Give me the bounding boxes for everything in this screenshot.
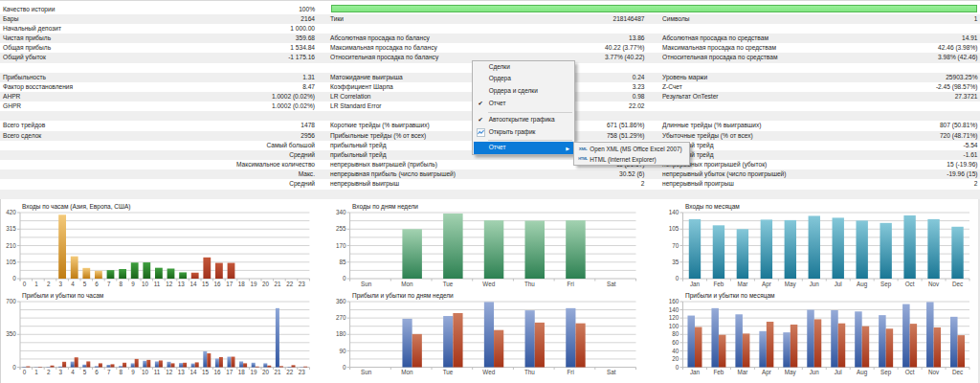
svg-text:21: 21 [275,369,282,375]
svg-text:1: 1 [34,369,38,375]
svg-text:85: 85 [339,259,346,265]
svg-text:Sep: Sep [880,281,892,288]
svg-text:May: May [785,369,797,376]
svg-text:80: 80 [672,330,679,337]
svg-text:255: 255 [336,225,346,232]
svg-text:Dec: Dec [952,281,963,287]
svg-text:Jan: Jan [690,281,701,287]
svg-text:70: 70 [672,242,679,249]
svg-text:Mar: Mar [737,369,747,375]
svg-text:100: 100 [669,323,679,329]
svg-text:16: 16 [214,281,222,287]
svg-text:3: 3 [59,281,63,287]
svg-text:3: 3 [59,369,63,375]
svg-text:350: 350 [6,330,16,337]
svg-text:Sat: Sat [607,281,616,287]
svg-text:170: 170 [336,242,346,249]
svg-text:180: 180 [336,330,346,337]
svg-text:18: 18 [238,369,246,375]
svg-text:14: 14 [189,281,197,287]
svg-text:0: 0 [676,275,679,282]
svg-text:19: 19 [250,281,257,287]
svg-text:1: 1 [34,281,38,287]
svg-text:8: 8 [120,281,123,287]
svg-text:20: 20 [672,355,679,362]
svg-text:Wed: Wed [482,281,495,287]
svg-text:Sat: Sat [607,369,616,375]
svg-text:22: 22 [286,281,294,287]
svg-text:Mar: Mar [737,281,747,287]
svg-text:420: 420 [6,209,16,215]
svg-text:Прибыли и убытки по дням недел: Прибыли и убытки по дням недели [352,292,454,300]
svg-text:160: 160 [669,298,679,304]
svg-text:Dec: Dec [952,369,963,375]
svg-text:4: 4 [71,281,75,287]
svg-text:17: 17 [226,369,234,375]
svg-text:Thu: Thu [524,369,535,375]
svg-text:11: 11 [154,369,161,375]
svg-text:Oct: Oct [905,281,915,287]
svg-text:7: 7 [107,281,111,287]
svg-text:105: 105 [6,259,16,265]
svg-text:19: 19 [250,369,257,375]
svg-text:0: 0 [343,275,346,282]
svg-text:35: 35 [672,259,679,265]
svg-text:700: 700 [6,298,16,304]
svg-text:Nov: Nov [928,281,940,287]
svg-text:15: 15 [202,281,210,287]
svg-text:315: 315 [6,225,16,232]
svg-text:16: 16 [214,369,222,375]
svg-text:0: 0 [12,364,16,371]
svg-text:0: 0 [676,364,679,371]
svg-text:21: 21 [275,281,282,287]
svg-text:140: 140 [669,306,679,313]
svg-text:6: 6 [95,369,99,375]
svg-text:5: 5 [83,369,87,375]
svg-text:Wed: Wed [482,369,495,375]
svg-text:12: 12 [166,281,173,287]
svg-text:12: 12 [166,369,173,375]
svg-text:13: 13 [178,369,186,375]
svg-text:Mon: Mon [401,281,413,287]
svg-text:Nov: Nov [928,369,940,375]
svg-text:17: 17 [226,281,234,287]
svg-text:2: 2 [47,281,51,287]
svg-text:20: 20 [262,369,270,375]
svg-text:Aug: Aug [857,369,868,376]
svg-text:8: 8 [120,369,123,375]
svg-text:0: 0 [343,364,346,371]
svg-text:Feb: Feb [714,281,724,287]
svg-text:360: 360 [336,298,346,304]
svg-text:11: 11 [154,281,161,287]
svg-text:18: 18 [238,281,246,287]
svg-text:4: 4 [71,369,75,375]
svg-text:0: 0 [23,281,27,287]
svg-text:Feb: Feb [714,369,724,375]
svg-text:9: 9 [131,281,135,287]
svg-text:Sun: Sun [361,281,372,287]
svg-text:Прибыли и убытки по месяцам: Прибыли и убытки по месяцам [685,292,775,300]
svg-text:7: 7 [107,369,111,375]
svg-text:23: 23 [299,281,306,287]
svg-text:60: 60 [672,339,679,346]
svg-text:Aug: Aug [857,281,868,288]
svg-text:Sep: Sep [880,369,892,376]
svg-text:10: 10 [142,369,149,375]
svg-text:140: 140 [669,209,679,215]
svg-text:0: 0 [23,369,27,375]
svg-text:Jun: Jun [810,281,820,287]
svg-text:Jul: Jul [835,281,842,287]
svg-text:270: 270 [336,314,346,321]
svg-text:2: 2 [47,369,51,375]
svg-text:14: 14 [189,369,197,375]
svg-text:Fri: Fri [567,369,573,375]
svg-text:Прибыли и убытки по часам: Прибыли и убытки по часам [22,292,104,300]
svg-text:Sun: Sun [361,369,372,375]
svg-text:210: 210 [6,242,16,249]
svg-text:Jul: Jul [835,369,842,375]
svg-text:Tue: Tue [443,369,454,375]
svg-text:5: 5 [83,281,87,287]
svg-text:13: 13 [178,281,186,287]
svg-text:Jun: Jun [810,369,820,375]
svg-text:10: 10 [142,281,149,287]
